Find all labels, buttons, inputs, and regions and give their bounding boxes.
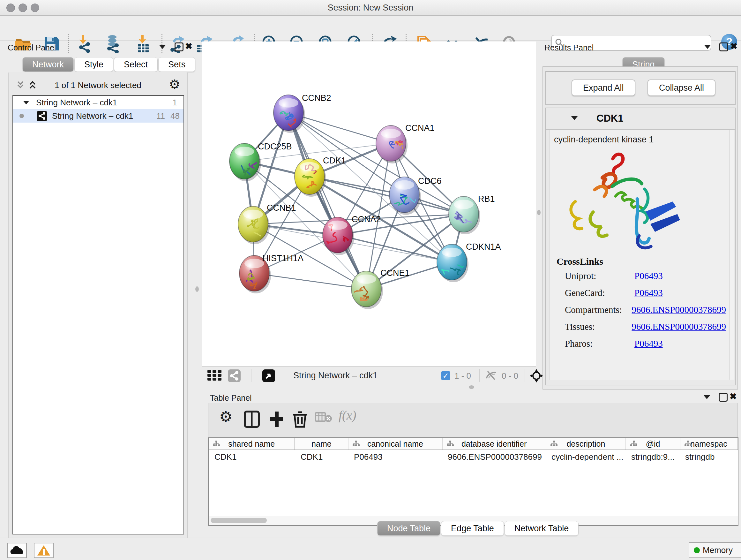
network-options-gear-icon[interactable]: ⚙ [169,78,180,91]
node-label-CCNA1: CCNA1 [405,123,434,133]
network-graph[interactable]: CCNB2CCNA1CDC25BCDK1CDC6RB1CCNB1CCNA2CDK… [202,42,536,367]
vertical-splitter-handle[interactable] [537,210,541,215]
node-label-CCNE1: CCNE1 [381,268,410,278]
vertical-splitter-handle[interactable] [195,287,199,292]
show-columns-icon[interactable] [244,410,260,428]
crosslink-link[interactable]: 9606.ENSP00000378699 [631,305,726,315]
maximize-panel-icon[interactable] [719,43,728,51]
table-options-gear-icon[interactable]: ⚙ [219,410,232,423]
column-header-name[interactable]: name [295,438,348,449]
edge-HIST1H1A-CCNE1[interactable] [254,273,366,289]
warnings-button[interactable] [34,543,54,558]
table-cell: stringdb [679,450,737,463]
app-window: Session: New Session [0,0,741,560]
maximize-panel-icon[interactable] [175,43,184,51]
tab-select[interactable]: Select [114,57,158,72]
tab-network[interactable]: Network [22,57,74,72]
tab-style[interactable]: Style [74,57,113,72]
node-CDC25B[interactable]: CDC25B [229,142,292,181]
column-header-canonical-name[interactable]: canonical name [348,438,442,449]
node-label-CCNB2: CCNB2 [302,93,331,103]
title-bar: Session: New Session [0,0,741,16]
create-column-icon[interactable] [268,410,285,428]
tab-node-table[interactable]: Node Table [377,521,441,536]
edge-CCNA2-CDKN1A[interactable] [338,235,452,262]
table-cell: P06493 [348,450,442,463]
tab-edge-table[interactable]: Edge Table [441,521,504,536]
node-CDK1[interactable]: CDK1 [294,156,346,197]
crosslink-label: Compartments: [565,305,631,315]
separator [251,369,252,382]
clear-table-icon[interactable] [315,410,332,424]
scrollbar-thumb[interactable] [211,518,267,523]
crosslink-link[interactable]: P06493 [634,288,663,298]
warning-icon [37,545,51,556]
float-panel-icon[interactable] [704,45,711,49]
network-view-mode-icon[interactable] [228,369,241,382]
node-CCNB1[interactable]: CCNB1 [238,203,296,244]
network-label: String Network – cdk1 [52,109,133,123]
table-row[interactable]: CDK1CDK1P064939606.ENSP00000378699cyclin… [209,450,738,463]
node-CDC6[interactable]: CDC6 [389,176,442,215]
column-header-shared-name[interactable]: shared name [209,438,295,449]
memory-button[interactable]: Memory [689,542,741,558]
maximize-panel-icon[interactable] [719,393,728,401]
collapse-all-button[interactable]: Collapse All [648,79,716,96]
protein-card-header[interactable]: CDK1 [546,108,735,130]
node-CDKN1A[interactable]: CDKN1A [437,242,501,282]
close-panel-icon[interactable]: ✖ [730,392,737,401]
crosslinks-list: Uniprot:P06493GeneCard:P06493Compartment… [565,271,726,355]
network-view-title: String Network – cdk1 [293,371,378,381]
protein-card-body: cyclin-dependent kinase 1 [549,130,731,380]
node-label-CDKN1A: CDKN1A [466,242,501,252]
column-header-database-identifier[interactable]: database identifier [443,438,546,449]
tab-sets[interactable]: Sets [158,57,195,72]
table-tabs: Node TableEdge TableNetwork Table [377,521,579,536]
node-RB1[interactable]: RB1 [449,194,495,234]
network-node-count: 11 [156,109,165,123]
results-scrollbar[interactable] [730,130,734,380]
node-label-HIST1H1A: HIST1H1A [262,253,304,263]
node-CCNE1[interactable]: CCNE1 [349,268,410,309]
column-header-@id[interactable]: @id [626,438,680,449]
cloud-status-button[interactable] [7,543,27,558]
node-label-CCNB1: CCNB1 [267,203,296,212]
network-canvas[interactable]: CCNB2CCNA1CDC25BCDK1CDC6RB1CCNB1CCNA2CDK… [202,42,536,385]
string-results-card: Expand All Collapse All CDK1 cyclin-depe… [542,66,738,389]
control-panel-tabs: NetworkStyleSelectSets [22,57,196,72]
selected-checkbox-icon[interactable]: ✓ [441,371,450,380]
node-CCNB2[interactable]: CCNB2 [273,93,331,133]
column-header-description[interactable]: description [546,438,626,449]
crosslink-link[interactable]: 9606.ENSP00000378699 [631,321,726,332]
tab-network-table[interactable]: Network Table [504,521,579,536]
protein-name: CDK1 [596,113,623,124]
horizontal-splitter-handle[interactable] [469,385,474,389]
crosslink-row: Tissues:9606.ENSP00000378699 [565,321,726,332]
table-panel-title: Table Panel [210,393,252,402]
crosslink-link[interactable]: P06493 [634,271,663,281]
table-cell: cyclin-dependent ... [546,450,625,463]
crosslink-row: GeneCard:P06493 [565,288,726,298]
main-toolbar: ? [0,16,741,41]
float-panel-icon[interactable] [703,395,711,399]
hidden-eye-icon[interactable] [485,371,498,380]
node-label-CDK1: CDK1 [323,156,346,165]
network-row[interactable]: String Network – cdk1 11 48 [13,109,184,123]
collapse-section-icon[interactable] [571,116,578,120]
network-collection-row[interactable]: String Network – cdk1 1 [13,96,184,109]
node-label-RB1: RB1 [478,194,495,204]
birdseye-view-icon[interactable] [262,369,275,382]
collection-expand-icon[interactable] [23,101,29,105]
node-label-CDC6: CDC6 [418,176,442,186]
column-header-namespac[interactable]: namespac [680,438,738,449]
close-panel-icon[interactable]: ✖ [730,42,738,51]
network-view-toolbar: String Network – cdk1 ✓ 1 - 0 0 - 0 [202,366,536,385]
function-builder-icon[interactable]: f(x) [339,408,356,423]
node-HIST1H1A[interactable]: HIST1H1A [239,253,304,295]
delete-column-icon[interactable] [292,410,308,428]
float-panel-icon[interactable] [159,45,166,49]
close-panel-icon[interactable]: ✖ [185,42,192,51]
expand-all-button[interactable]: Expand All [571,79,635,96]
grid-view-icon[interactable] [207,370,223,381]
crosslink-link[interactable]: P06493 [634,338,663,349]
